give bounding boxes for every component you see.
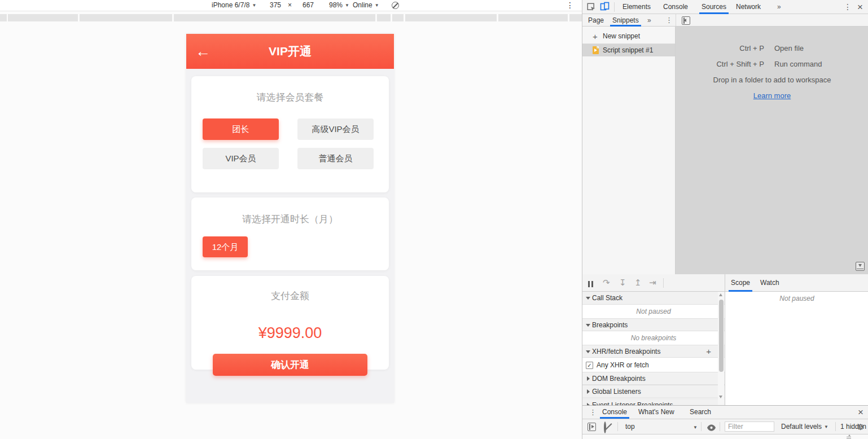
- package-option-vip[interactable]: VIP会员: [203, 148, 279, 169]
- divider: [701, 422, 702, 431]
- tab-sources[interactable]: Sources: [702, 0, 726, 14]
- duration-card: 请选择开通时长（月） 12个月: [191, 197, 389, 270]
- section-event-listener-breakpoints[interactable]: Event Listener Breakpoints: [582, 398, 725, 405]
- snippet-item[interactable]: Script snippet #1: [582, 44, 675, 56]
- chevron-down-icon: ▼: [824, 424, 828, 429]
- screenshot-root: iPhone 6/7/8▼ 375 × 667 98%▼ Online▼ ⋮ ←…: [0, 0, 868, 439]
- package-option-senior-vip[interactable]: 高级VIP会员: [297, 118, 374, 140]
- tab-console[interactable]: Console: [663, 0, 688, 14]
- learn-more-link-row: Learn more: [676, 88, 868, 104]
- scope-tabbar: Scope Watch: [725, 274, 868, 292]
- disclosure-open-icon: [586, 350, 590, 353]
- clear-console-icon[interactable]: [604, 423, 606, 433]
- more-tabs-button[interactable]: »: [777, 0, 781, 14]
- device-viewport: ← VIP开通 请选择会员套餐 团长 高级VIP会员 VIP会员 普通会员 请选…: [186, 34, 394, 403]
- more-nav-tabs-button[interactable]: »: [647, 14, 651, 27]
- navigator-menu-button[interactable]: ⋮: [665, 14, 673, 27]
- tab-network[interactable]: Network: [736, 0, 761, 14]
- resize-grip-icon: [847, 434, 852, 439]
- divider: [614, 2, 615, 12]
- viewport-width-field[interactable]: 375: [270, 0, 281, 11]
- section-call-stack[interactable]: Call Stack: [582, 292, 725, 305]
- tab-search[interactable]: Search: [690, 406, 711, 419]
- network-throttle-select[interactable]: Online▼: [353, 0, 379, 11]
- sources-nav-tabbar: Page Snippets » ⋮: [582, 14, 868, 27]
- step-into-icon[interactable]: ↧: [619, 278, 626, 288]
- learn-more-link[interactable]: Learn more: [753, 91, 791, 100]
- live-expression-eye-icon[interactable]: [707, 423, 716, 433]
- tab-scope[interactable]: Scope: [731, 274, 750, 292]
- chevron-down-icon: ▼: [345, 3, 349, 8]
- toggle-debugger-sidebar-icon[interactable]: [856, 262, 865, 271]
- close-drawer-button[interactable]: ×: [858, 406, 863, 419]
- shortcut-open-file: Ctrl + P Open file: [676, 41, 868, 56]
- step-over-icon[interactable]: ↷: [603, 278, 610, 288]
- tab-watch[interactable]: Watch: [760, 274, 779, 292]
- zoom-select[interactable]: 98%▼: [329, 0, 349, 11]
- payment-card: 支付金额 ¥9999.00 确认开通: [191, 276, 389, 370]
- duration-option-12-months[interactable]: 12个月: [203, 236, 248, 257]
- divider: [617, 422, 618, 431]
- viewport-height-field[interactable]: 667: [303, 0, 314, 11]
- new-snippet-button[interactable]: + New snippet: [582, 29, 675, 44]
- device-toolbar-menu-button[interactable]: ⋮: [566, 0, 574, 11]
- disclosure-closed-icon: [587, 389, 590, 394]
- step-icon[interactable]: ⇥: [649, 278, 656, 288]
- scope-status: Not paused: [725, 295, 868, 302]
- shortcut-run-command: Ctrl + Shift + P Run command: [676, 56, 868, 72]
- call-stack-status: Not paused: [582, 305, 725, 318]
- log-levels-select[interactable]: Default levels▼: [781, 419, 828, 434]
- tab-page[interactable]: Page: [588, 14, 604, 27]
- close-devtools-button[interactable]: ×: [857, 0, 863, 14]
- page-title: VIP开通: [186, 34, 394, 69]
- chevron-down-icon: ▼: [252, 3, 256, 8]
- sidebar-scrollbar[interactable]: [718, 292, 724, 405]
- chevron-down-icon: ▼: [375, 3, 379, 8]
- drawer-tabbar: ⋮ Console What's New Search ×: [582, 406, 868, 419]
- snippets-navigator: + New snippet Script snippet #1: [582, 27, 676, 274]
- section-dom-breakpoints[interactable]: DOM Breakpoints: [582, 372, 725, 385]
- tab-whats-new[interactable]: What's New: [638, 406, 674, 419]
- device-select[interactable]: iPhone 6/7/8▼: [212, 0, 256, 11]
- drop-folder-hint: Drop in a folder to add to workspace: [676, 72, 868, 88]
- payment-card-title: 支付金额: [191, 289, 389, 302]
- device-toolbar: iPhone 6/7/8▼ 375 × 667 98%▼ Online▼ ⋮: [0, 0, 582, 11]
- dimension-separator: ×: [288, 0, 292, 11]
- devtools-panel: Elements Console Sources Network » ⋮ × P…: [582, 0, 868, 439]
- drawer-menu-button[interactable]: ⋮: [589, 406, 597, 419]
- any-xhr-checkbox[interactable]: ✓: [586, 362, 593, 369]
- pause-script-icon[interactable]: [588, 279, 595, 289]
- console-filter-input[interactable]: [725, 422, 774, 432]
- payment-amount: ¥9999.00: [191, 324, 389, 342]
- disclosure-open-icon: [586, 324, 590, 327]
- package-option-tuanzhang[interactable]: 团长: [203, 118, 279, 140]
- devtools-main-tabbar: Elements Console Sources Network » ⋮ ×: [582, 0, 868, 14]
- inspect-element-icon[interactable]: [586, 2, 595, 14]
- duration-card-title: 请选择开通时长（月）: [191, 213, 389, 226]
- package-option-normal[interactable]: 普通会员: [297, 148, 374, 169]
- debugger-toolbar: ↷ ↧ ↥ ⇥: [582, 274, 725, 292]
- console-settings-gear-icon[interactable]: ⚙: [857, 422, 864, 432]
- section-global-listeners[interactable]: Global Listeners: [582, 385, 725, 398]
- breakpoints-status: No breakpoints: [582, 331, 725, 345]
- package-card-title: 请选择会员套餐: [191, 91, 389, 104]
- collapse-navigator-icon[interactable]: [682, 16, 690, 25]
- tab-elements[interactable]: Elements: [622, 0, 651, 14]
- divider: [835, 422, 836, 431]
- console-sidebar-toggle-icon[interactable]: [588, 423, 596, 431]
- divider: [663, 278, 664, 288]
- devtools-menu-button[interactable]: ⋮: [844, 0, 852, 14]
- step-out-icon[interactable]: ↥: [634, 278, 642, 288]
- section-xhr-breakpoints[interactable]: XHR/fetch Breakpoints +: [582, 345, 725, 358]
- media-query-bar[interactable]: [0, 14, 582, 21]
- execution-context-select[interactable]: top: [625, 419, 635, 434]
- debugger-sidebar: Call Stack Not paused Breakpoints No bre…: [582, 292, 725, 405]
- drawer-resize-strip[interactable]: [582, 434, 868, 439]
- tab-drawer-console[interactable]: Console: [602, 406, 627, 419]
- toggle-device-toolbar-icon[interactable]: [600, 2, 610, 14]
- scope-pane: Scope Watch Not paused: [725, 274, 868, 405]
- add-xhr-breakpoint-button[interactable]: +: [706, 345, 711, 358]
- tab-snippets[interactable]: Snippets: [612, 14, 639, 27]
- confirm-button[interactable]: 确认开通: [213, 354, 367, 376]
- section-breakpoints[interactable]: Breakpoints: [582, 318, 725, 331]
